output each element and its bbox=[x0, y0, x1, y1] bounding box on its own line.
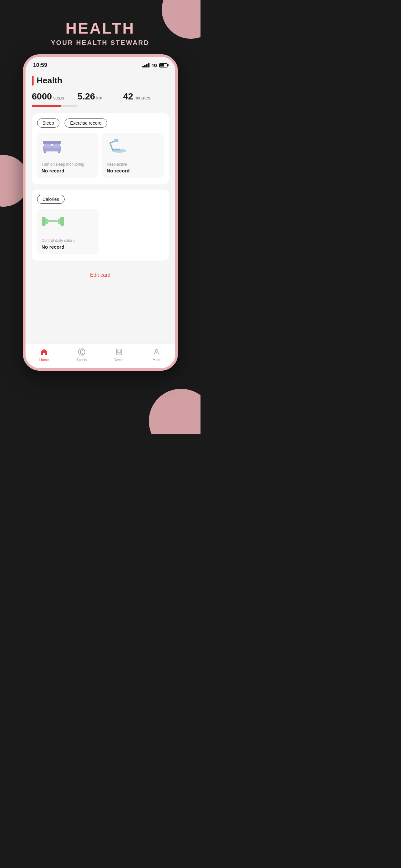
sleep-icon-area bbox=[42, 138, 94, 158]
nav-device[interactable]: Device bbox=[100, 347, 138, 362]
minutes-unit: minutes bbox=[134, 95, 150, 100]
svg-rect-4 bbox=[44, 151, 46, 153]
calories-icon-area bbox=[42, 214, 94, 234]
decorative-blob-top-right bbox=[162, 0, 201, 39]
app-header: HEALTH YOUR HEALTH STEWARD bbox=[51, 20, 150, 46]
section-header-row: Sleep Exercise record bbox=[37, 119, 164, 128]
title-accent bbox=[32, 76, 34, 86]
stat-minutes: 42 minutes bbox=[123, 91, 168, 102]
sleep-record-label: Turn on sleep monitoring bbox=[42, 162, 94, 166]
svg-rect-14 bbox=[58, 219, 60, 224]
steps-unit: steps bbox=[53, 95, 64, 100]
calories-section: Calories bbox=[32, 190, 169, 260]
exercise-tag[interactable]: Exercise record bbox=[65, 119, 107, 128]
sleep-tag[interactable]: Sleep bbox=[37, 119, 60, 128]
nav-sports[interactable]: Sports bbox=[63, 347, 100, 362]
status-bar: 10:59 4G bbox=[26, 57, 175, 71]
sports-icon bbox=[77, 347, 86, 356]
signal-bars-icon bbox=[143, 63, 150, 67]
dumbbell-icon bbox=[42, 214, 64, 228]
sleep-record-cell[interactable]: Turn on sleep monitoring No record bbox=[37, 133, 98, 178]
page-title: Health bbox=[37, 75, 62, 86]
exercise-record-cell[interactable]: Keep active No record bbox=[102, 133, 164, 178]
progress-empty bbox=[61, 105, 77, 107]
bottom-nav: Home Sports Dev bbox=[26, 343, 175, 368]
nav-home[interactable]: Home bbox=[26, 347, 63, 362]
svg-rect-5 bbox=[58, 151, 60, 153]
svg-rect-3 bbox=[43, 141, 61, 144]
app-subtitle: YOUR HEALTH STEWARD bbox=[51, 39, 150, 46]
phone-content: Health 6000 steps 5.26 km 42 minutes bbox=[26, 71, 175, 343]
network-label: 4G bbox=[151, 63, 157, 68]
home-nav-label: Home bbox=[39, 358, 49, 362]
status-icons: 4G bbox=[143, 63, 167, 68]
svg-rect-18 bbox=[118, 350, 121, 352]
svg-rect-13 bbox=[48, 220, 58, 222]
device-nav-label: Device bbox=[114, 358, 125, 362]
calories-header: Calories bbox=[37, 195, 164, 204]
stat-steps: 6000 steps bbox=[32, 91, 78, 102]
edit-card-row: Edit card bbox=[32, 266, 169, 281]
minutes-value: 42 bbox=[123, 91, 133, 102]
sleep-exercise-section: Sleep Exercise record bbox=[32, 113, 169, 184]
edit-card-button[interactable]: Edit card bbox=[90, 272, 111, 278]
km-value: 5.26 bbox=[78, 91, 95, 102]
progress-filled bbox=[32, 105, 61, 107]
steps-value: 6000 bbox=[32, 91, 52, 102]
stat-km: 5.26 km bbox=[78, 91, 123, 102]
battery-icon bbox=[159, 63, 167, 67]
phone-frame: 10:59 4G Health 6000 steps bbox=[23, 54, 178, 371]
nav-mine[interactable]: Mine bbox=[138, 347, 175, 362]
svg-rect-12 bbox=[45, 219, 48, 224]
app-title: HEALTH bbox=[51, 20, 150, 37]
svg-rect-9 bbox=[114, 139, 119, 142]
decorative-blob-bottom-right bbox=[149, 389, 201, 434]
svg-rect-1 bbox=[44, 143, 51, 148]
page-title-row: Health bbox=[32, 75, 169, 86]
km-unit: km bbox=[96, 95, 102, 100]
svg-line-7 bbox=[110, 143, 113, 150]
device-icon bbox=[115, 347, 124, 356]
sports-nav-label: Sports bbox=[76, 358, 87, 362]
svg-rect-11 bbox=[42, 217, 45, 226]
battery-fill bbox=[160, 64, 164, 66]
exercise-record-label: Keep active bbox=[107, 162, 159, 166]
calories-tag[interactable]: Calories bbox=[37, 195, 65, 204]
mine-icon bbox=[152, 347, 161, 356]
status-time: 10:59 bbox=[33, 62, 47, 68]
svg-point-19 bbox=[119, 353, 119, 354]
calories-grid: Control daily caloric No record bbox=[37, 209, 164, 254]
sleep-exercise-grid: Turn on sleep monitoring No record bbox=[37, 133, 164, 178]
calories-record-cell[interactable]: Control daily caloric No record bbox=[37, 209, 98, 254]
bed-icon bbox=[42, 138, 62, 154]
exercise-record-value: No record bbox=[107, 168, 159, 174]
calories-record-value: No record bbox=[42, 244, 94, 250]
svg-rect-2 bbox=[53, 143, 60, 148]
home-icon bbox=[40, 347, 49, 356]
stats-row: 6000 steps 5.26 km 42 minutes bbox=[32, 91, 169, 102]
exercise-icon-area bbox=[107, 138, 159, 158]
treadmill-icon bbox=[107, 138, 127, 154]
svg-point-20 bbox=[155, 349, 158, 352]
sleep-record-value: No record bbox=[42, 168, 94, 174]
progress-bar bbox=[32, 105, 169, 107]
calories-record-label: Control daily caloric bbox=[42, 238, 94, 243]
mine-nav-label: Mine bbox=[153, 358, 160, 362]
svg-rect-15 bbox=[60, 217, 64, 226]
calories-empty-cell bbox=[102, 209, 164, 254]
